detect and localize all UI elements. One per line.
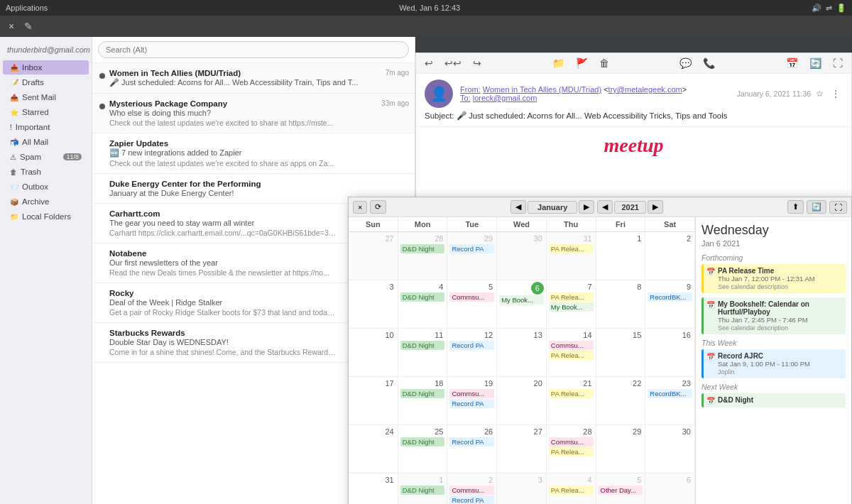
day-panel-event[interactable]: 📅 D&D Night <box>701 393 846 407</box>
cal-cell[interactable]: 27 <box>497 425 547 473</box>
day-panel-event[interactable]: 📅 Record AJRC Sat Jan 9, 1:00 PM - 11:00… <box>701 349 846 378</box>
sidebar-item-outbox[interactable]: 📨 Outbox <box>3 180 89 194</box>
cal-event[interactable]: D&D Night <box>400 437 445 447</box>
cal-cell[interactable]: 31PA Relea... <box>547 232 596 280</box>
cal-cell[interactable]: 30 <box>497 232 547 280</box>
cal-event[interactable]: Record PA <box>449 495 494 504</box>
cal-cell[interactable]: 11D&D Night <box>398 329 448 377</box>
cal-next-year-btn[interactable]: ▶ <box>648 200 663 214</box>
cal-event[interactable]: Commsu... <box>549 341 594 350</box>
toolbar-reply-btn[interactable]: ↩ <box>422 56 436 70</box>
toolbar-forward-btn[interactable]: ↪ <box>470 56 484 70</box>
sidebar-item-local[interactable]: 📁 Local Folders <box>3 209 89 224</box>
cal-cell[interactable]: 22 <box>596 377 646 425</box>
email-item[interactable]: Zapier Updates 🆕 7 new integrations adde… <box>92 133 415 174</box>
cal-cell[interactable]: 30 <box>645 425 695 473</box>
sidebar-item-sent[interactable]: 📤 Sent Mail <box>3 90 89 104</box>
toolbar-chat-btn[interactable]: 💬 <box>677 56 694 70</box>
cal-cell[interactable]: 27 <box>349 232 398 280</box>
sidebar-item-trash[interactable]: 🗑 Trash <box>3 165 89 179</box>
cal-event[interactable]: PA Relea... <box>549 244 594 253</box>
toolbar-refresh-btn[interactable]: 🔄 <box>807 56 824 70</box>
cal-event[interactable]: PA Relea... <box>549 292 594 302</box>
speaker-icon[interactable]: 🔊 <box>812 4 821 13</box>
sidebar-item-drafts[interactable]: 📝 Drafts <box>3 75 89 89</box>
cal-event[interactable]: D&D Night <box>400 292 445 302</box>
compose-button[interactable]: ✎ <box>21 19 36 33</box>
more-btn[interactable]: ⋮ <box>829 87 843 100</box>
cal-cell[interactable]: 3 <box>497 473 547 504</box>
cal-cell[interactable]: 2 <box>645 232 695 280</box>
cal-cell[interactable]: 4PA Relea... <box>547 473 596 504</box>
cal-cell[interactable]: 2Commsu...Record PA <box>447 473 497 504</box>
cal-cell[interactable]: 19Commsu...Record PA <box>447 377 497 425</box>
sidebar-item-starred[interactable]: ⭐ Starred <box>3 105 89 119</box>
toolbar-phone-btn[interactable]: 📞 <box>700 56 718 70</box>
cal-cell[interactable]: 5Other Day... <box>596 473 646 504</box>
cal-next-month-btn[interactable]: ▶ <box>579 200 594 214</box>
cal-cell[interactable]: 7PA Relea...My Book... <box>547 280 596 329</box>
toolbar-delete-btn[interactable]: 🗑 <box>596 56 612 70</box>
sidebar-item-spam[interactable]: ⚠ Spam 11/8 <box>3 150 89 164</box>
cal-cell[interactable]: 24 <box>349 425 398 473</box>
cal-cell[interactable]: 15 <box>596 329 646 377</box>
cal-cell[interactable]: 1D&D Night <box>398 473 448 504</box>
cal-cell[interactable]: 29Record PA <box>447 232 497 280</box>
cal-cell[interactable]: 9RecordBK... <box>645 280 695 329</box>
cal-event[interactable]: Commsu... <box>449 292 494 302</box>
cal-event[interactable]: RecordBK... <box>648 389 692 398</box>
toolbar-replyall-btn[interactable]: ↩↩ <box>442 56 464 70</box>
cal-event[interactable]: RecordBK... <box>648 292 692 302</box>
cal-cell[interactable]: 4D&D Night <box>398 280 448 329</box>
cal-event[interactable]: Record PA <box>449 341 494 350</box>
cal-cell[interactable]: 3 <box>349 280 398 329</box>
cal-cell[interactable]: 16 <box>645 329 695 377</box>
cal-event[interactable]: D&D Night <box>400 244 445 253</box>
toolbar-calendar-btn[interactable]: 📅 <box>783 56 801 70</box>
cal-cell[interactable]: 1 <box>596 232 646 280</box>
email-item[interactable]: Mysterious Package Company Who else is d… <box>92 94 415 133</box>
sidebar-item-all[interactable]: 📬 All Mail <box>3 135 89 149</box>
cal-cell[interactable]: 5Commsu... <box>447 280 497 329</box>
cal-fullscreen-btn[interactable]: ⛶ <box>829 201 847 214</box>
battery-icon[interactable]: 🔋 <box>836 4 846 13</box>
cal-cell[interactable]: 14Commsu...PA Relea... <box>547 329 596 377</box>
cal-event[interactable]: PA Relea... <box>549 447 594 456</box>
toolbar-flag-btn[interactable]: 🚩 <box>573 56 591 70</box>
cal-event[interactable]: Record PA <box>449 437 494 447</box>
cal-cell[interactable]: 10 <box>349 329 398 377</box>
day-panel-event[interactable]: 📅 My Bookshelf: Calendar on Hurtful/Play… <box>701 297 846 334</box>
sidebar-item-important[interactable]: ! Important <box>3 120 89 134</box>
cal-today-btn[interactable]: ⟳ <box>370 200 386 214</box>
cal-cell[interactable]: 17 <box>349 377 398 425</box>
cal-event[interactable]: PA Relea... <box>549 486 594 495</box>
cal-event[interactable]: Other Day... <box>599 486 643 495</box>
cal-cell[interactable]: 8 <box>596 280 646 329</box>
search-input[interactable] <box>98 41 409 58</box>
star-btn[interactable]: ☆ <box>813 87 826 100</box>
cal-close-btn[interactable]: × <box>353 201 367 214</box>
cal-refresh-btn[interactable]: 🔄 <box>807 200 826 214</box>
cal-cell[interactable]: 28D&D Night <box>398 232 448 280</box>
cal-cell[interactable]: 6 <box>645 473 695 504</box>
cal-cell[interactable]: 13 <box>497 329 547 377</box>
cal-prev-month-btn[interactable]: ◀ <box>510 200 526 214</box>
cal-cell[interactable]: 25D&D Night <box>398 425 448 473</box>
network-icon[interactable]: ⇌ <box>826 4 832 13</box>
toolbar-archive-btn[interactable]: 📁 <box>550 56 567 70</box>
cal-cell[interactable]: 21PA Relea... <box>547 377 596 425</box>
cal-event[interactable]: My Book... <box>549 302 594 312</box>
cal-cell[interactable]: 20 <box>497 377 547 425</box>
from-link[interactable]: Women in Tech Allies (MDU/Triad) <box>483 85 601 94</box>
cal-cell[interactable]: 6My Book... <box>497 280 547 329</box>
cal-event[interactable]: PA Relea... <box>549 389 594 398</box>
from-email[interactable]: try@metalegeek.com <box>608 85 682 94</box>
to-email[interactable]: loreck@gmail.com <box>473 94 537 102</box>
app-menu[interactable]: Applications <box>6 4 48 12</box>
toolbar-expand-btn[interactable]: ⛶ <box>830 56 846 70</box>
cal-event[interactable]: D&D Night <box>400 341 445 350</box>
cal-event[interactable]: PA Relea... <box>549 351 594 360</box>
email-item[interactable]: Women in Tech Allies (MDU/Triad) 🎤 Just … <box>92 63 415 94</box>
cal-event[interactable]: Record PA <box>449 244 494 253</box>
cal-cell[interactable]: 23RecordBK... <box>645 377 695 425</box>
